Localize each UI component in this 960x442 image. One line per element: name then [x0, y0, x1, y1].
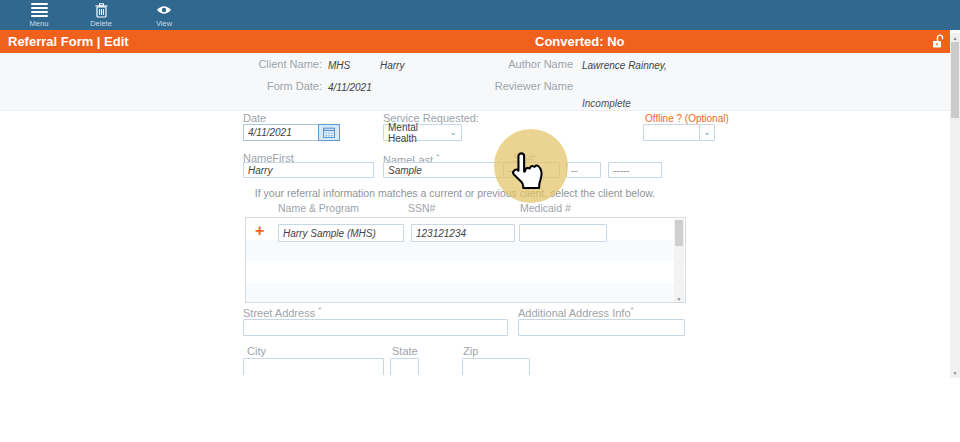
unlock-icon[interactable] [932, 34, 944, 53]
column-header-medicaid: Medicaid # [520, 202, 571, 214]
form-header-band: Client Name: MHS Harry Form Date: 4/11/2… [0, 53, 950, 111]
calendar-picker-button[interactable] [318, 124, 340, 141]
ssn-part1-input[interactable] [503, 162, 560, 178]
delete-button[interactable]: Delete [78, 2, 124, 28]
match-instruction-text: If your referral information matches a c… [250, 187, 660, 199]
offline-select-chevron: ⌄ [699, 125, 714, 140]
page-scrollbar-thumb[interactable] [951, 42, 959, 118]
required-asterisk: * [631, 305, 634, 314]
date-field [243, 124, 340, 141]
delete-button-label: Delete [78, 19, 124, 28]
form-date-label: Form Date: [229, 80, 322, 92]
service-requested-select[interactable]: Mental Health ⌄ [383, 124, 462, 141]
match-ssn-input[interactable] [411, 224, 515, 242]
chevron-down-icon: ⌄ [703, 128, 711, 137]
ssn-part3-input[interactable] [608, 162, 662, 178]
name-first-input[interactable] [243, 162, 374, 178]
additional-address-input[interactable] [518, 319, 685, 336]
client-program-value: MHS [328, 60, 350, 71]
city-label: City [247, 345, 266, 357]
reviewer-name-label: Reviewer Name [480, 80, 573, 92]
client-match-list: ▼ [245, 217, 686, 303]
page-vertical-scrollbar[interactable]: ▲ ▼ [950, 33, 960, 378]
form-date-value: 4/11/2021 [328, 82, 372, 93]
zip-input[interactable] [462, 358, 530, 375]
match-name-program-input[interactable] [278, 224, 404, 242]
city-input[interactable] [243, 358, 384, 375]
date-input[interactable] [243, 124, 318, 141]
offline-optional-label: Offline ? (Optional) [645, 113, 729, 124]
name-last-input[interactable] [383, 162, 514, 178]
eye-icon [141, 2, 187, 18]
page-title: Referral Form | Edit [8, 30, 129, 53]
client-name-label: Client Name: [229, 58, 322, 70]
converted-status: Converted: No [535, 30, 625, 53]
match-list-scrollbar[interactable]: ▼ [674, 219, 684, 302]
match-list-scroll-down-icon[interactable]: ▼ [674, 296, 684, 302]
form-title-bar: Referral Form | Edit Converted: No [0, 30, 950, 53]
state-input[interactable] [390, 358, 419, 375]
select-client-plus-icon[interactable] [255, 222, 264, 240]
view-button-label: View [141, 19, 187, 28]
column-header-ssn: SSN# [408, 202, 435, 214]
form-status-incomplete: Incomplete [582, 98, 631, 109]
menu-button-label: Menu [16, 19, 62, 28]
top-toolbar: Menu Delete View [0, 0, 960, 30]
zip-label: Zip [463, 345, 478, 357]
street-address-input[interactable] [243, 319, 508, 336]
menu-button[interactable]: Menu [16, 2, 62, 28]
client-first-name-value: Harry [380, 60, 404, 71]
column-header-name-program: Name & Program [278, 202, 359, 214]
scroll-up-arrow-icon[interactable]: ▲ [950, 34, 960, 42]
match-medicaid-input[interactable] [519, 224, 607, 242]
view-button[interactable]: View [141, 2, 187, 28]
hamburger-menu-icon [16, 2, 62, 18]
street-address-label: Street Address * [243, 305, 321, 319]
author-name-label: Author Name [480, 58, 573, 70]
referral-form-body: Date Service Requested: Mental Health ⌄ … [0, 111, 950, 375]
date-label: Date [243, 112, 266, 124]
offline-select[interactable]: ⌄ [643, 124, 715, 141]
calendar-icon [323, 127, 335, 138]
chevron-down-icon: ⌄ [449, 128, 457, 137]
service-requested-value: Mental Health [388, 122, 449, 144]
state-label: State [392, 345, 418, 357]
required-asterisk: * [436, 152, 439, 161]
match-list-scrollbar-thumb[interactable] [675, 220, 683, 246]
trash-icon [78, 2, 124, 18]
scroll-down-arrow-icon[interactable]: ▼ [950, 369, 960, 377]
additional-address-label: Additional Address Info* [518, 305, 634, 319]
required-asterisk: * [318, 305, 321, 314]
ssn-part2-input[interactable] [566, 162, 601, 178]
author-name-value: Lawrence Rainney, [582, 60, 667, 71]
